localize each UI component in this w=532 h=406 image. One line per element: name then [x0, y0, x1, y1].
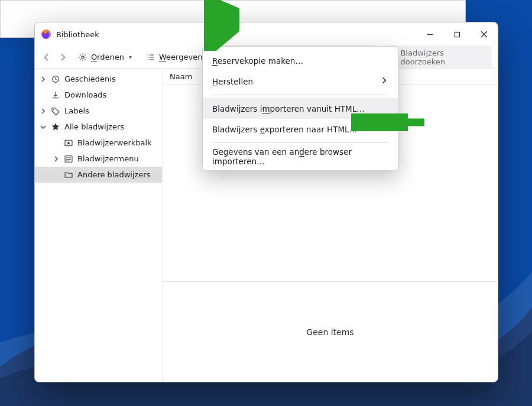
chevron-right-icon — [53, 155, 60, 163]
list-icon — [146, 53, 155, 62]
sidebar-item-label: Andere bladwijzers — [77, 170, 150, 179]
import-backup-menu: Reservekopie maken… Herstellen Bladwijze… — [202, 46, 398, 171]
sidebar-item-label: Bladwijzermenu — [77, 154, 139, 163]
menu-item-label: Bladwijzers importeren vanuit HTML… — [212, 104, 365, 113]
forward-button[interactable] — [57, 51, 69, 64]
svg-rect-2 — [455, 32, 459, 37]
chevron-down-icon — [40, 124, 47, 131]
details-pane: Geen items — [163, 281, 498, 382]
sidebar-item-downloads[interactable]: Downloads — [35, 87, 162, 103]
folder-icon — [64, 170, 73, 180]
sidebar-item-bookmarks-toolbar[interactable]: Bladwijzerwerkbalk — [35, 135, 162, 151]
sidebar-item-bookmarks-menu[interactable]: Bladwijzermenu — [35, 151, 162, 167]
back-button[interactable] — [41, 51, 53, 64]
chevron-right-icon — [380, 76, 388, 86]
star-icon — [51, 122, 60, 132]
menu-separator — [212, 95, 388, 95]
sidebar-item-label: Geschiedenis — [64, 74, 116, 83]
sidebar-item-history[interactable]: Geschiedenis — [35, 71, 162, 87]
svg-point-6 — [53, 109, 54, 110]
sidebar-item-all-bookmarks[interactable]: Alle bladwijzers — [35, 119, 162, 135]
organize-label: OOrdenenrdenen — [91, 53, 124, 61]
library-window: Bibliotheek OOrdenenrdenen ▾ — [34, 22, 498, 382]
chevron-right-icon — [40, 108, 47, 115]
window-title: Bibliotheek — [56, 30, 99, 39]
clock-icon — [51, 74, 60, 84]
menu-separator — [212, 142, 388, 143]
menu-item-label: Bladwijzers exporteren naar HTML… — [212, 125, 357, 134]
sidebar-item-label: Bladwijzerwerkbalk — [77, 138, 152, 147]
menu-item-label: Reservekopie maken… — [212, 56, 303, 66]
views-label: Weergeven — [159, 53, 202, 61]
titlebar: Bibliotheek — [35, 22, 498, 46]
menu-item-label: Herstellen — [212, 77, 253, 86]
gear-icon — [78, 53, 87, 62]
svg-point-3 — [82, 56, 84, 58]
chevron-right-icon — [40, 76, 47, 83]
menu-item-backup[interactable]: Reservekopie maken… — [203, 50, 398, 71]
bookmarks-menu-icon — [64, 154, 73, 164]
sidebar-item-labels[interactable]: Labels — [35, 103, 162, 119]
bookmarks-toolbar-icon — [64, 138, 73, 148]
maximize-button[interactable] — [443, 22, 471, 46]
empty-message: Geen items — [306, 327, 353, 337]
menu-item-import-browser[interactable]: Gegevens van een andere browser importer… — [203, 146, 398, 167]
menu-item-label: Gegevens van een andere browser importer… — [212, 147, 388, 166]
sidebar-item-other-bookmarks[interactable]: Andere bladwijzers — [35, 167, 162, 183]
download-icon — [51, 90, 60, 100]
search-placeholder: Bladwijzers doorzoeken — [400, 48, 486, 66]
tag-icon — [51, 106, 60, 116]
organize-button[interactable]: OOrdenenrdenen ▾ — [73, 50, 137, 65]
menu-item-export-html[interactable]: Bladwijzers exporteren naar HTML… — [203, 119, 398, 139]
firefox-icon — [41, 29, 51, 40]
column-name-label: Naam — [170, 72, 192, 81]
chevron-down-icon: ▾ — [129, 54, 132, 60]
menu-item-restore[interactable]: Herstellen — [203, 71, 398, 92]
menu-item-import-html[interactable]: Bladwijzers importeren vanuit HTML… — [203, 98, 398, 119]
window-controls — [416, 22, 498, 46]
sidebar-item-label: Alle bladwijzers — [64, 122, 124, 131]
sidebar: Geschiedenis Downloads Labels — [35, 69, 163, 382]
sidebar-item-label: Labels — [64, 106, 89, 115]
sidebar-item-label: Downloads — [64, 90, 106, 99]
close-button[interactable] — [471, 22, 498, 46]
minimize-button[interactable] — [416, 22, 443, 46]
